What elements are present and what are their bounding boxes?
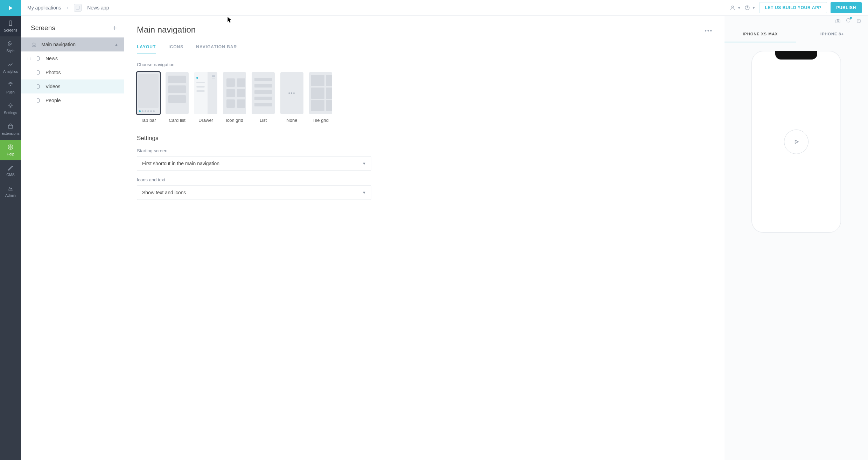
rail-cms[interactable]: CMS — [0, 160, 21, 181]
svg-rect-4 — [8, 125, 13, 128]
play-icon — [7, 5, 14, 12]
add-screen-button[interactable]: + — [112, 23, 117, 33]
preview-play-button[interactable] — [784, 130, 808, 154]
svg-rect-14 — [37, 99, 40, 103]
settings-heading: Settings — [137, 135, 712, 142]
rail-label: Admin — [5, 193, 16, 197]
rail-help[interactable]: Help — [0, 140, 21, 160]
tree-item-photos[interactable]: Photos — [21, 65, 124, 79]
tab-icons[interactable]: ICONS — [168, 44, 183, 54]
push-icon — [7, 82, 14, 88]
power-icon[interactable] — [856, 18, 862, 24]
tab-navigation-bar[interactable]: NAVIGATION BAR — [196, 44, 237, 54]
content: Screens + Main navigation ▲ ⋮⋮ News Phot… — [21, 16, 868, 460]
build-app-button[interactable]: LET US BUILD YOUR APP — [759, 2, 827, 13]
icons-text-select[interactable]: Show text and icons ▼ — [137, 185, 371, 200]
screens-tree: Main navigation ▲ ⋮⋮ News Photos Videos … — [21, 37, 124, 107]
brand-logo[interactable] — [0, 0, 21, 16]
nav-option-icon-grid[interactable]: Icon grid — [223, 72, 246, 123]
nav-option-none[interactable]: ••• None — [280, 72, 303, 123]
breadcrumb-app[interactable]: News app — [87, 5, 109, 11]
rail-label: CMS — [6, 173, 14, 177]
chevron-down-icon: ▼ — [752, 6, 756, 10]
nav-option-tab-bar[interactable]: Tab bar — [137, 72, 160, 123]
svg-point-10 — [747, 9, 747, 9]
cms-icon — [7, 165, 14, 171]
svg-rect-13 — [37, 85, 40, 89]
tree-item-videos[interactable]: Videos — [21, 79, 124, 93]
admin-icon — [7, 185, 14, 191]
screens-title: Screens — [31, 24, 55, 32]
rail-screens[interactable]: Screens — [0, 16, 21, 36]
phone-frame — [751, 51, 841, 233]
rail-label: Settings — [4, 111, 17, 115]
app-icon — [74, 4, 82, 12]
phone-preview-area — [724, 42, 868, 460]
svg-point-2 — [10, 85, 11, 86]
rail-label: Extensions — [1, 131, 19, 135]
svg-point-3 — [10, 105, 12, 107]
camera-icon[interactable] — [835, 18, 841, 24]
drag-handle-icon[interactable]: ⋮⋮ — [26, 56, 31, 61]
icons-text-label: Icons and text — [137, 177, 712, 182]
tree-item-news[interactable]: ⋮⋮ News — [21, 51, 124, 65]
tree-item-label: People — [46, 98, 61, 103]
rail-admin[interactable]: Admin — [0, 181, 21, 202]
svg-point-8 — [732, 6, 733, 8]
nav-option-card-list[interactable]: Card list — [166, 72, 189, 123]
select-value: Show text and icons — [142, 190, 186, 195]
tree-item-people[interactable]: People — [21, 93, 124, 107]
device-tab-iphone-xs-max[interactable]: IPHONE XS MAX — [724, 26, 796, 42]
question-icon — [744, 5, 750, 11]
user-menu[interactable]: ▼ — [730, 5, 741, 11]
rail-extensions[interactable]: Extensions — [0, 119, 21, 140]
help-icon — [7, 144, 14, 150]
extensions-icon — [7, 123, 14, 130]
publish-button[interactable]: PUBLISH — [831, 2, 862, 13]
rail-style[interactable]: Style — [0, 36, 21, 57]
tree-item-label: Photos — [46, 70, 61, 75]
nav-option-label: Tab bar — [141, 118, 156, 123]
svg-rect-0 — [9, 21, 12, 26]
screens-icon — [7, 20, 14, 26]
help-menu[interactable]: ▼ — [744, 5, 756, 11]
svg-rect-7 — [76, 6, 79, 9]
nav-option-label: Tile grid — [313, 118, 329, 123]
rail-settings[interactable]: Settings — [0, 98, 21, 119]
chevron-right-icon: › — [67, 5, 69, 11]
nav-option-tile-grid[interactable]: Tile grid — [309, 72, 332, 123]
screen-icon — [35, 83, 41, 90]
rail-analytics[interactable]: Analytics — [0, 57, 21, 78]
tab-layout[interactable]: LAYOUT — [137, 44, 156, 54]
svg-rect-12 — [37, 71, 40, 75]
analytics-icon — [7, 61, 14, 68]
tree-item-label: News — [46, 56, 58, 61]
more-options-button[interactable]: ••• — [705, 28, 713, 34]
screens-panel: Screens + Main navigation ▲ ⋮⋮ News Phot… — [21, 16, 124, 460]
tree-root-main-navigation[interactable]: Main navigation ▲ — [21, 37, 124, 51]
svg-point-16 — [837, 21, 839, 22]
select-value: First shortcut in the main navigation — [142, 161, 219, 166]
gear-icon — [7, 103, 14, 109]
main-editor: Main navigation ••• LAYOUT ICONS NAVIGAT… — [124, 16, 724, 460]
device-tabs: IPHONE XS MAX IPHONE 8+ — [724, 26, 868, 42]
svg-point-1 — [10, 43, 12, 45]
nav-option-drawer[interactable]: Drawer — [194, 72, 217, 123]
preview-panel: IPHONE XS MAX IPHONE 8+ — [724, 16, 868, 460]
nav-option-list[interactable]: List — [252, 72, 275, 123]
starting-screen-label: Starting screen — [137, 148, 712, 153]
navigation-options: Tab bar Card list Drawer Icon grid List … — [137, 72, 712, 123]
user-icon — [730, 5, 735, 11]
refresh-button[interactable] — [846, 18, 851, 25]
tree-root-label: Main navigation — [41, 42, 76, 47]
starting-screen-select[interactable]: First shortcut in the main navigation ▼ — [137, 156, 371, 171]
phone-notch — [775, 51, 817, 60]
rail-push[interactable]: Push — [0, 78, 21, 98]
page-title: Main navigation — [137, 25, 712, 35]
rail-label: Style — [6, 49, 14, 53]
breadcrumb-root[interactable]: My applications — [27, 5, 61, 11]
tree-item-label: Videos — [46, 84, 61, 89]
device-tab-iphone-8-plus[interactable]: IPHONE 8+ — [796, 26, 868, 42]
nav-option-label: None — [286, 118, 297, 123]
play-icon — [793, 138, 800, 145]
